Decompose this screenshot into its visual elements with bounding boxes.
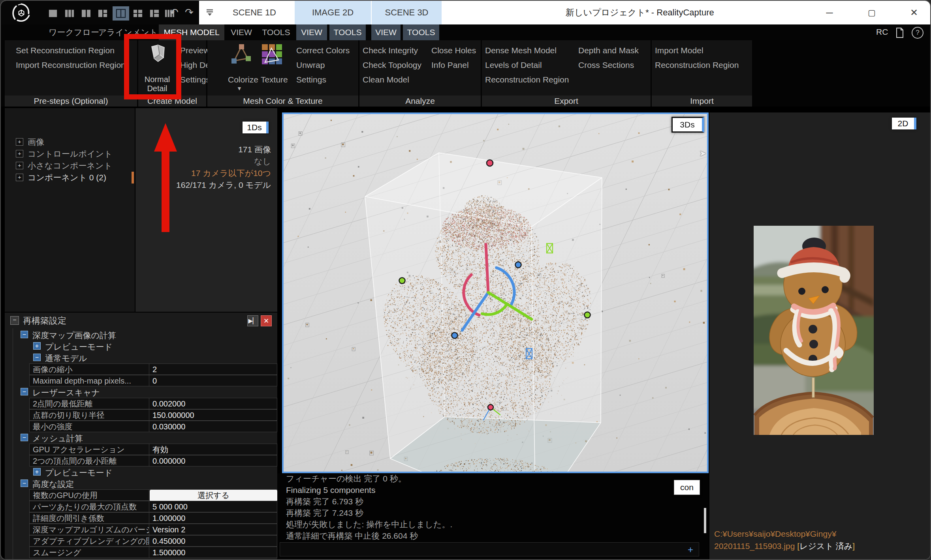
collapse-icon[interactable]: + xyxy=(33,342,41,350)
settings-value[interactable]: 1.500000 xyxy=(149,547,277,558)
cross-sections-button[interactable]: Cross Sections xyxy=(578,59,634,71)
settings-value[interactable]: Version 2 xyxy=(149,524,277,535)
import-reconstruction-region-button2[interactable]: Reconstruction Region xyxy=(655,59,739,71)
texture-icon[interactable] xyxy=(260,43,285,66)
settings-property-row[interactable]: 点群の切り取り半径150.000000 xyxy=(5,409,277,421)
settings-section[interactable]: +プレビューモード xyxy=(5,466,277,478)
settings-property-row[interactable]: 詳細度の間引き係数1.000000 xyxy=(5,512,277,524)
ribbon-tab-tools-2[interactable]: TOOLS xyxy=(329,24,366,40)
import-model-button[interactable]: Import Model xyxy=(655,44,703,57)
ribbon-tab-view-2[interactable]: VIEW xyxy=(296,24,327,40)
tree-item-control-points[interactable]: + コントロールポイント xyxy=(5,148,135,159)
ribbon-tab-workflow[interactable]: ワークフロー xyxy=(48,24,100,40)
settings-value[interactable]: 0.002000 xyxy=(149,398,277,409)
colorize-dropdown-icon[interactable]: ▼ xyxy=(237,85,242,92)
settings-property-row[interactable]: 最小の強度0.030000 xyxy=(5,421,277,432)
close-button[interactable]: ✕ xyxy=(900,1,928,24)
expand-icon[interactable]: + xyxy=(16,138,23,146)
console-scrollbar[interactable] xyxy=(704,508,706,533)
console-add-icon[interactable]: + xyxy=(688,544,693,555)
collapse-icon[interactable]: + xyxy=(33,468,41,476)
settings-value[interactable]: 5 000 000 xyxy=(149,501,277,512)
undo-icon[interactable]: ↶ xyxy=(170,6,179,19)
realitycapture-logo-icon[interactable] xyxy=(11,3,32,23)
tab-scene-3d[interactable]: SCENE 3D xyxy=(371,1,442,24)
settings-value[interactable]: 0.450000 xyxy=(149,535,277,547)
tree-item-images[interactable]: + 画像 xyxy=(5,136,135,148)
close-panel-icon[interactable]: ✕ xyxy=(261,315,272,326)
settings-property-row[interactable]: 複数のGPUの使用選択する xyxy=(5,489,277,501)
unwrap-button[interactable]: Unwrap xyxy=(296,59,325,71)
collapse-icon[interactable]: − xyxy=(21,479,28,487)
tree-item-components[interactable]: + コンポーネント 0 (2) xyxy=(5,171,135,183)
settings-section[interactable]: −通常モデル xyxy=(5,352,277,363)
viewport-3d[interactable] xyxy=(282,112,709,473)
import-reconstruction-region-button[interactable]: Import Reconstruction Region xyxy=(16,59,126,71)
ribbon-tab-view-3[interactable]: VIEW xyxy=(371,24,401,40)
settings-value[interactable]: 150.000000 xyxy=(149,409,277,421)
settings-value[interactable]: 1.000000 xyxy=(149,512,277,524)
collapse-icon[interactable]: − xyxy=(33,354,41,361)
tree-item-small-components[interactable]: + 小さなコンポーネント xyxy=(5,159,135,171)
export-reconstruction-region-button[interactable]: Reconstruction Region xyxy=(485,73,569,86)
maximize-button[interactable]: ▢ xyxy=(858,1,886,24)
layout-grid4-icon[interactable] xyxy=(132,9,143,18)
collapse-icon[interactable]: − xyxy=(21,331,28,338)
viewport-canvas[interactable] xyxy=(284,114,707,472)
badge-2d[interactable]: 2D xyxy=(892,118,916,129)
settings-section[interactable]: −高度な設定 xyxy=(5,478,277,489)
settings-property-row[interactable]: GPU アクセラレーション有効 xyxy=(5,444,277,455)
collapse-panel-icon[interactable]: − xyxy=(10,316,19,325)
settings-value[interactable]: 0.030000 xyxy=(149,421,277,432)
correct-colors-button[interactable]: Correct Colors xyxy=(296,44,350,57)
layout-single-icon[interactable] xyxy=(47,9,58,18)
settings-value[interactable]: 有効 xyxy=(149,444,277,455)
layout-split-active-icon[interactable] xyxy=(115,9,126,18)
layout-2col-icon[interactable] xyxy=(81,9,92,18)
colorize-texture-buttons[interactable]: Colorize Texture xyxy=(228,73,288,86)
info-panel-button[interactable]: Info Panel xyxy=(431,59,469,71)
help-icon[interactable]: ? xyxy=(912,27,923,39)
image-2d-panel[interactable]: C:¥Users¥saijo¥Desktop¥Gingy¥ 20201115_1… xyxy=(709,112,931,560)
layout-left-rows-icon[interactable] xyxy=(149,9,160,18)
settings-section[interactable]: −レーザースキャナ xyxy=(5,386,277,398)
settings-section[interactable]: −メッシュ計算 xyxy=(5,432,277,444)
badge-3ds[interactable]: 3Ds xyxy=(671,117,704,133)
settings-property-row[interactable]: スムージング1.500000 xyxy=(5,547,277,558)
ribbon-tab-tools-1[interactable]: TOOLS xyxy=(258,24,294,40)
tab-scene-1d[interactable]: SCENE 1D xyxy=(199,1,294,24)
settings-section[interactable]: −フォトグラメトリ xyxy=(5,558,277,560)
settings-property-row[interactable]: アダプティブブレンディングの開始0.450000 xyxy=(5,535,277,547)
settings-property-row[interactable]: 2点間の最低距離0.002000 xyxy=(5,398,277,409)
expand-icon[interactable]: + xyxy=(16,162,23,169)
preview-button[interactable]: Preview xyxy=(180,44,210,57)
select-gpu-button[interactable]: 選択する xyxy=(150,490,277,501)
minimize-button[interactable]: ─ xyxy=(816,1,843,24)
expand-icon[interactable]: + xyxy=(16,174,23,181)
settings-property-row[interactable]: 2つの頂点間の最小距離0.000000 xyxy=(5,455,277,466)
check-topology-button[interactable]: Check Topology xyxy=(363,59,421,71)
settings-value[interactable]: 0.000000 xyxy=(149,455,277,466)
console-input[interactable]: + xyxy=(280,542,699,556)
settings-property-row[interactable]: 深度マップアルゴリズムのバージョンVersion 2 xyxy=(5,524,277,535)
settings-property-row[interactable]: 画像の縮小2 xyxy=(5,363,277,375)
document-icon[interactable] xyxy=(896,28,904,38)
settings-property-row[interactable]: パーツあたりの最大の頂点数5 000 000 xyxy=(5,501,277,512)
layout-3col-icon[interactable] xyxy=(64,9,75,18)
rc-console-button[interactable]: RC xyxy=(876,27,888,37)
texture-settings-button[interactable]: Settings xyxy=(296,73,326,86)
view-menu-icon[interactable] xyxy=(205,9,214,17)
tab-image-2d[interactable]: IMAGE 2D xyxy=(294,1,371,24)
redo-icon[interactable]: ↷ xyxy=(185,6,194,19)
close-holes-button[interactable]: Close Holes xyxy=(431,44,476,57)
settings-value[interactable]: 2 xyxy=(149,363,277,375)
expand-icon[interactable]: + xyxy=(16,150,23,157)
clean-model-button[interactable]: Clean Model xyxy=(363,73,409,86)
set-reconstruction-region-button[interactable]: Set Reconstruction Region xyxy=(16,44,115,57)
ribbon-tab-view-1[interactable]: VIEW xyxy=(227,24,256,40)
dock-panel-icon[interactable]: ▶▏ xyxy=(247,315,258,326)
create-settings-button[interactable]: Settings xyxy=(180,73,210,86)
settings-value[interactable]: 0 xyxy=(149,375,277,386)
ribbon-tab-tools-3[interactable]: TOOLS xyxy=(403,24,439,40)
colorize-icon[interactable] xyxy=(228,43,253,66)
